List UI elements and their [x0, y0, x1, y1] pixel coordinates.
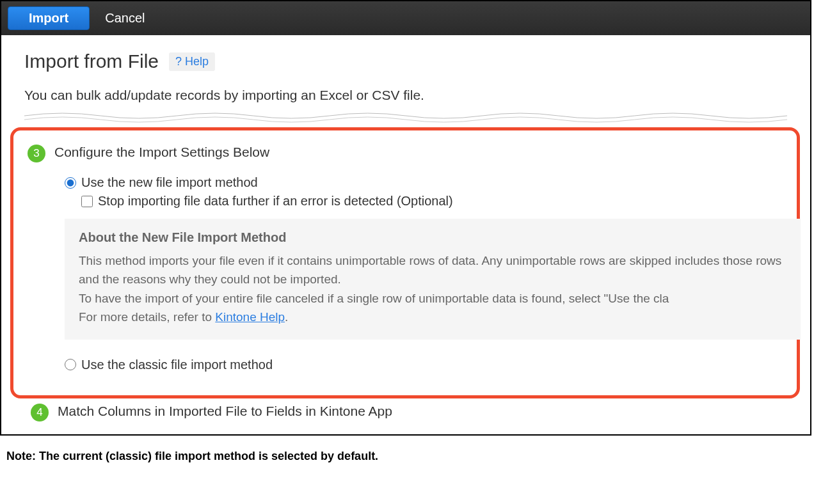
- help-label: Help: [185, 55, 209, 68]
- help-icon: ?: [175, 55, 182, 68]
- radio-classic-method[interactable]: [65, 359, 76, 370]
- torn-divider: [24, 109, 787, 125]
- option-stop-on-error[interactable]: Stop importing file data further if an e…: [81, 194, 797, 209]
- step3-title: Configure the Import Settings Below: [54, 145, 269, 160]
- step3-options: Use the new file import method Stop impo…: [65, 175, 797, 372]
- info-body: This method imports your file even if it…: [79, 251, 786, 327]
- checkbox-stop-on-error[interactable]: [81, 196, 93, 207]
- page-subtitle: You can bulk add/update records by impor…: [24, 88, 787, 103]
- option-classic-method[interactable]: Use the classic file import method: [65, 358, 797, 372]
- step4-title: Match Columns in Imported File to Fields…: [58, 404, 392, 419]
- content-area: Import from File ? Help You can bulk add…: [1, 35, 810, 434]
- app-window: Import Cancel Import from File ? Help Yo…: [0, 0, 811, 436]
- title-row: Import from File ? Help: [24, 51, 787, 72]
- step4-header: 4 Match Columns in Imported File to Fiel…: [20, 404, 787, 421]
- footnote: Note: The current (classic) file import …: [6, 450, 814, 463]
- info-line3a: For more details, refer to: [79, 310, 215, 324]
- kintone-help-link[interactable]: Kintone Help: [215, 310, 285, 324]
- page-title: Import from File: [24, 51, 159, 72]
- info-line1: This method imports your file even if it…: [79, 254, 781, 286]
- option-classic-label: Use the classic file import method: [81, 358, 273, 372]
- info-line2: To have the import of your entire file c…: [79, 292, 669, 305]
- help-link[interactable]: ? Help: [169, 52, 215, 71]
- option-new-method[interactable]: Use the new file import method: [65, 175, 797, 190]
- radio-new-method[interactable]: [65, 177, 76, 189]
- info-box: About the New File Import Method This me…: [65, 219, 801, 340]
- option-stop-label: Stop importing file data further if an e…: [98, 194, 453, 209]
- step4-badge: 4: [31, 404, 49, 421]
- step3-header: 3 Configure the Import Settings Below: [17, 145, 797, 162]
- info-line3b: .: [285, 310, 288, 324]
- import-button[interactable]: Import: [8, 6, 90, 30]
- option-new-label: Use the new file import method: [81, 175, 258, 190]
- toolbar: Import Cancel: [1, 1, 810, 35]
- info-title: About the New File Import Method: [79, 230, 786, 245]
- step3-highlight: 3 Configure the Import Settings Below Us…: [10, 127, 800, 398]
- cancel-button[interactable]: Cancel: [105, 11, 145, 26]
- step3-badge: 3: [28, 145, 45, 162]
